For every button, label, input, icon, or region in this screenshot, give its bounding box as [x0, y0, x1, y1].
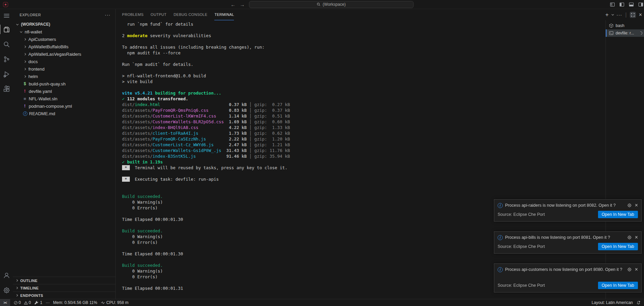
terminal-line: [122, 188, 603, 194]
tree-item-readme-md[interactable]: iREADME.md: [13, 110, 115, 117]
toggle-secondary-sidebar-icon[interactable]: [638, 2, 643, 7]
notifications-bell[interactable]: [636, 301, 641, 305]
status-more-button[interactable]: ···: [46, 300, 50, 305]
tree-item-devfile-yaml[interactable]: !devfile.yaml: [13, 87, 115, 95]
notification-close-button[interactable]: ×: [635, 235, 638, 240]
tree-item-build-push-quay-sh[interactable]: $build-push-quay.sh: [13, 80, 115, 87]
open-in-new-tab-button[interactable]: Open In New Tab: [598, 211, 638, 218]
command-center-search[interactable]: (Workspace): [249, 1, 413, 8]
customize-layout-icon[interactable]: [610, 2, 615, 7]
activity-item-source-control[interactable]: [0, 52, 13, 67]
file-tree: (WORKSPACE)nfl-walletApiCustomersApiWall…: [13, 21, 115, 117]
activity-item-menu[interactable]: [0, 9, 13, 22]
activity-item-explorer[interactable]: [0, 22, 13, 37]
terminal-line: dist/assets/CustomerList-Cz_WWYd6.js 2.4…: [122, 142, 603, 148]
notification-settings-button[interactable]: [627, 235, 632, 240]
panel-more-actions-button[interactable]: ···: [617, 12, 622, 18]
terminal-line: * Terminal will be reused by tasks, pres…: [122, 165, 603, 171]
toggle-primary-sidebar-icon[interactable]: [619, 2, 624, 7]
tree-item-workspace[interactable]: (WORKSPACE): [13, 21, 115, 28]
notification-toast: iProcess api-raiders is now listening on…: [494, 199, 642, 222]
terminal-line: > nfl-wallet-frontend@1.0.0 build: [122, 73, 603, 79]
terminal-line: vite v5.4.21 building for production...: [122, 90, 603, 96]
tree-item-nfl-wallet-sln[interactable]: ≡NFL-Wallet.sln: [13, 95, 115, 102]
info-icon: i: [498, 267, 503, 272]
tasks-status[interactable]: 1: [34, 300, 42, 305]
maximize-panel-button[interactable]: [630, 12, 636, 18]
app-logo-icon[interactable]: [3, 2, 8, 7]
activity-item-extensions[interactable]: [0, 81, 13, 96]
tree-item-docs[interactable]: docs: [13, 58, 115, 65]
explorer-title: EXPLORER: [20, 13, 105, 17]
errors-icon: [14, 301, 18, 305]
sidebar-sections: OUTLINETIMELINEENDPOINTS: [13, 277, 115, 299]
terminal-line: dist/index.html 0.37 kB │ gzip: 0.27 kB: [122, 102, 603, 107]
terminal-line: dist/assets/index-BHQl9iAB.css 4.22 kB │…: [122, 125, 603, 130]
terminal-line: * Executing task: devfile: run-apis: [122, 176, 603, 182]
memory-status[interactable]: Mem: 0.50/4.56 GB 11%: [53, 300, 97, 305]
activity-item-search[interactable]: [0, 37, 13, 52]
tree-item-podman-compose-yml[interactable]: !podman-compose.yml: [13, 102, 115, 110]
terminal-line: dist/assets/PayFromQR-QmsPniq6.css 0.83 …: [122, 107, 603, 113]
terminal-line: dist/assets/CustomerList-lKWrmIF4.css 1.…: [122, 113, 603, 119]
section-endpoints[interactable]: ENDPOINTS: [13, 291, 115, 299]
explorer-more-actions-button[interactable]: ···: [105, 12, 111, 18]
tree-item-label: build-push-quay.sh: [29, 81, 66, 86]
tree-item-helm[interactable]: helm: [13, 73, 115, 80]
notification-settings-button[interactable]: [627, 203, 632, 208]
keyboard-layout-status[interactable]: Layout: Latin American: [592, 300, 633, 305]
chevron-right-icon: [24, 75, 26, 77]
warnings-icon: [24, 301, 28, 305]
section-timeline[interactable]: TIMELINE: [13, 284, 115, 291]
new-terminal-button[interactable]: +: [605, 11, 609, 18]
notification-settings-button[interactable]: [627, 267, 632, 272]
remote-indicator[interactable]: ><: [0, 299, 10, 306]
terminal-tab-bash[interactable]: bash: [606, 22, 644, 29]
container-icon: [609, 23, 614, 28]
activity-item-run-and-debug[interactable]: [0, 67, 13, 81]
navigate-back-button[interactable]: ←: [231, 2, 236, 7]
tree-item-label: helm: [28, 74, 38, 79]
navigate-forward-button[interactable]: →: [240, 2, 245, 7]
remote-icon: ><: [3, 301, 7, 305]
tree-item-apiwalletbuffalobills[interactable]: ApiWalletBuffaloBills: [13, 43, 115, 50]
tab-debug-console[interactable]: DEBUG CONSOLE: [174, 9, 208, 20]
tree-item-label: NFL-Wallet.sln: [29, 96, 57, 101]
tree-item-apiwalletlasvegasraiders[interactable]: ApiWalletLasVegasRaiders: [13, 50, 115, 58]
notification-close-button[interactable]: ×: [635, 267, 638, 272]
tree-item-label: nfl-wallet: [25, 29, 42, 34]
file-icon-sh: $: [23, 81, 27, 86]
terminal-line: [122, 84, 603, 90]
file-icon-info: i: [23, 111, 27, 116]
tab-problems[interactable]: PROBLEMS: [122, 9, 144, 20]
tab-output[interactable]: OUTPUT: [151, 9, 167, 20]
problems-status[interactable]: 0 0: [14, 300, 31, 305]
notification-close-button[interactable]: ×: [635, 203, 638, 208]
terminal-icon: [609, 31, 614, 35]
activity-item-accounts[interactable]: [0, 268, 13, 283]
info-icon: i: [498, 203, 503, 208]
close-panel-button[interactable]: ×: [639, 12, 642, 18]
memory-label: Mem: 0.50/4.56 GB 11%: [53, 300, 97, 305]
terminal-line: [122, 182, 603, 188]
tree-item-frontend[interactable]: frontend: [13, 65, 115, 73]
notification-message: Process api-bills is now listening on po…: [505, 235, 625, 240]
chevron-right-icon: [16, 279, 18, 282]
open-in-new-tab-button[interactable]: Open In New Tab: [598, 282, 638, 289]
terminal-tab-devfile-r[interactable]: devfile: r...: [606, 29, 644, 37]
activity-item-settings[interactable]: [0, 283, 13, 298]
info-icon: i: [498, 235, 503, 240]
section-outline[interactable]: OUTLINE: [13, 277, 115, 284]
terminal-tab-label: devfile: r...: [616, 31, 634, 35]
notification-toast: iProcess api-bills is now listening on p…: [494, 231, 642, 254]
tab-terminal[interactable]: TERMINAL: [214, 9, 234, 20]
tree-item-apicustomers[interactable]: ApiCustomers: [13, 35, 115, 43]
chevron-down-icon: [16, 23, 19, 25]
toggle-panel-icon[interactable]: [629, 2, 634, 7]
terminal-line: 2 moderate severity vulnerabilities: [122, 33, 603, 39]
tree-item-nfl-wallet[interactable]: nfl-wallet: [13, 28, 115, 35]
cpu-status[interactable]: CPU: 958 m: [101, 300, 128, 305]
open-in-new-tab-button[interactable]: Open In New Tab: [598, 243, 638, 250]
terminal-profile-chevron-icon[interactable]: [611, 13, 614, 15]
terminal-line: [122, 27, 603, 33]
